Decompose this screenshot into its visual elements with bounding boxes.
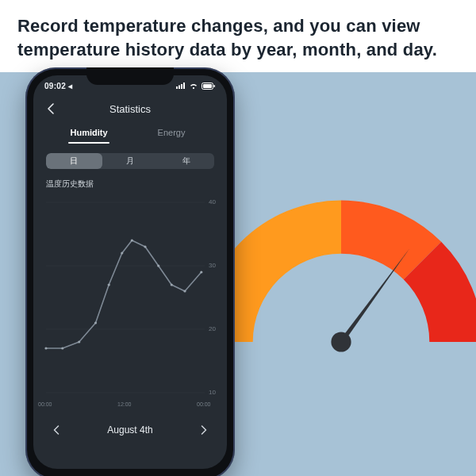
history-chart[interactable]: 10203040 00:0012:0000:00 <box>41 194 219 409</box>
gauge-hub <box>331 332 351 352</box>
y-tick-label: 20 <box>209 325 216 332</box>
svg-rect-0 <box>176 86 178 89</box>
phone-notch <box>86 67 174 85</box>
chart-dots <box>44 240 202 350</box>
x-tick-label: 12:00 <box>117 401 132 407</box>
date-prev-button[interactable] <box>48 421 65 439</box>
segment-year[interactable]: 年 <box>158 153 214 169</box>
svg-point-11 <box>44 347 47 350</box>
svg-rect-2 <box>181 84 182 89</box>
graphic-stage: 09:02 ◂ Statistics Humidity Energy 日 <box>0 72 476 476</box>
date-label: August 4th <box>107 424 152 436</box>
svg-rect-3 <box>183 83 185 89</box>
segment-day[interactable]: 日 <box>46 153 102 169</box>
segment-month[interactable]: 月 <box>102 153 159 169</box>
svg-point-19 <box>157 265 159 267</box>
date-navigator: August 4th <box>33 413 227 448</box>
svg-point-22 <box>200 271 202 274</box>
section-label: 温度历史数据 <box>33 169 227 193</box>
headline-text: Record temperature changes, and you can … <box>0 0 476 72</box>
status-time: 09:02 ◂ <box>44 82 72 90</box>
chart-line <box>46 240 202 348</box>
x-tick-label: 00:00 <box>38 401 52 407</box>
tabs: Humidity Energy <box>33 121 227 148</box>
svg-point-18 <box>144 246 146 248</box>
svg-point-14 <box>94 322 97 324</box>
y-tick-label: 30 <box>209 262 216 269</box>
signal-icon <box>176 83 186 89</box>
svg-point-12 <box>61 347 63 350</box>
x-tick-label: 00:00 <box>197 401 211 407</box>
y-tick-label: 40 <box>209 198 216 205</box>
chevron-left-icon <box>53 425 60 435</box>
back-button[interactable] <box>43 101 59 117</box>
wifi-icon <box>189 83 198 90</box>
svg-rect-6 <box>214 85 216 87</box>
segmented-control: 日 月 年 <box>46 153 214 169</box>
phone-frame: 09:02 ◂ Statistics Humidity Energy 日 <box>25 67 235 476</box>
svg-rect-5 <box>203 84 212 88</box>
svg-point-21 <box>183 290 186 293</box>
page-title: Statistics <box>109 103 151 115</box>
y-tick-label: 10 <box>209 389 216 396</box>
svg-point-15 <box>108 284 110 286</box>
svg-rect-1 <box>178 86 180 90</box>
svg-point-16 <box>121 252 123 255</box>
tab-humidity[interactable]: Humidity <box>48 125 130 144</box>
date-next-button[interactable] <box>195 421 213 439</box>
screen-nav: Statistics <box>33 96 227 121</box>
phone-screen: 09:02 ◂ Statistics Humidity Energy 日 <box>33 75 227 469</box>
svg-point-17 <box>131 240 133 242</box>
tab-energy[interactable]: Energy <box>130 125 213 144</box>
battery-icon <box>202 83 216 90</box>
svg-point-20 <box>171 284 173 286</box>
chart-grid <box>46 202 205 393</box>
chevron-left-icon <box>47 103 55 114</box>
svg-point-13 <box>78 341 80 344</box>
chevron-right-icon <box>201 425 207 435</box>
